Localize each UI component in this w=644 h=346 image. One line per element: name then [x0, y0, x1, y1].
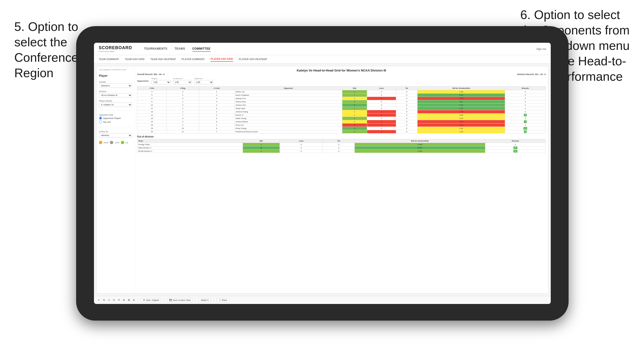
sub-nav-player-h2h-heatmap[interactable]: PLAYER H2H HEATMAP: [239, 57, 267, 61]
cell-win: 4: [342, 127, 367, 130]
ood-cell-rounds: 30: [485, 146, 546, 150]
sub-nav-team-h2h-grid[interactable]: TEAM H2H GRID: [125, 57, 145, 61]
table-row: 15 8 5 Stella Cheng 1 0 0 1.25 4: [137, 117, 546, 120]
cell-tie: 0: [396, 124, 417, 127]
nav-tournaments[interactable]: TOURNAMENTS: [144, 46, 168, 52]
sidebar-division-select[interactable]: NCAA Division III: [99, 93, 132, 97]
cell-reg: 11: [166, 130, 199, 134]
cell-win: 1: [342, 94, 367, 97]
sidebar-gender-label: Gender: [99, 81, 132, 83]
bottom-toolbar: ↩ ⟲ ↪ ⊙ ↺ ⊛ ⊞ ⊘ 👁 View: Original 💾 Save …: [94, 296, 551, 304]
cell-loss: 0: [367, 90, 396, 94]
col-reg: # Reg: [166, 86, 199, 90]
radio-top-100[interactable]: Top 100: [99, 120, 132, 124]
toolbar-redo[interactable]: ⟲: [103, 299, 105, 302]
view-original-btn[interactable]: 👁 View: Original: [141, 298, 161, 302]
cell-rounds: 7: [505, 120, 546, 124]
toolbar-clock[interactable]: ⊘: [133, 299, 135, 302]
toolbar-redo2[interactable]: ↪: [108, 299, 110, 302]
table-row: 18 2 2 Euna Lee 0 2 0 -5.00 2: [137, 124, 546, 127]
sidebar-division-label: Division: [99, 90, 132, 93]
cell-tie: 0: [396, 110, 417, 114]
toolbar-sep-2: [164, 298, 164, 302]
cell-opponent: Jessica Mason: [234, 120, 342, 124]
nav-committee[interactable]: COMMITTEE: [192, 46, 210, 52]
toolbar-refresh[interactable]: ↺: [118, 299, 120, 302]
ood-cell-win: 5: [243, 150, 280, 153]
toolbar-grid[interactable]: ⊞: [128, 299, 130, 302]
watch-btn[interactable]: Watch ▾: [199, 298, 211, 302]
sub-nav-team-summary[interactable]: TEAM SUMMARY: [99, 57, 119, 61]
cell-win: 1: [342, 107, 367, 110]
table-row: 20 11 7 Federica Domecq Lacroze 2 1 0 1.…: [137, 130, 546, 134]
app-header: SCOREBOARD Powered by clippd TOURNAMENTS…: [94, 43, 551, 55]
nav-teams[interactable]: TEAMS: [174, 46, 185, 52]
col-loss: Loss: [367, 86, 396, 90]
cell-tie: 0: [396, 100, 417, 104]
cell-conf: 2: [199, 124, 234, 127]
ood-cell-diff: 9.267: [355, 146, 485, 150]
cell-rounds: 4: [505, 104, 546, 107]
cell-rounds: 2: [505, 110, 546, 114]
table-row: 10 6 3 Andrea York 2 0 0 4.00 4: [137, 104, 546, 107]
table-row: 19 10 6 Emily Chang 4 0 0 0.30 11: [137, 127, 546, 130]
cell-rounds: 3: [505, 97, 546, 100]
save-icon: 💾: [169, 299, 172, 301]
cell-loss: 2: [367, 124, 396, 127]
cell-loss: 2: [367, 114, 396, 117]
table-row: 9 1 4 Sharon Mun 1 0 0 3.67 3: [137, 100, 546, 104]
view-original-icon: 👁: [143, 299, 145, 301]
toolbar-reset[interactable]: ⊙: [113, 299, 115, 302]
ood-col-diff: Diff Av Strokes/Rnd: [355, 139, 485, 143]
color-level: [110, 141, 113, 144]
cell-loss: 0: [367, 100, 396, 104]
cell-reg: 1: [166, 110, 199, 114]
toolbar-undo[interactable]: ↩: [98, 299, 100, 302]
col-opponent: Opponent: [234, 86, 342, 90]
cell-win: 2: [342, 114, 367, 117]
cell-diff: -0.94: [417, 120, 505, 124]
cell-tie: 0: [396, 97, 417, 100]
content-card: Last Updated: 27/03/2024 10:44 Player Ge…: [96, 66, 548, 294]
filter-opponent-select[interactable]: (All): [194, 80, 214, 84]
sign-out-link[interactable]: Sign out: [536, 47, 546, 50]
cell-win: 2: [342, 104, 367, 107]
cell-win: 1: [342, 120, 367, 124]
cell-opponent: Jessica Huang: [234, 110, 342, 114]
sub-nav-player-h2h-grid[interactable]: PLAYER H2H GRID: [210, 57, 233, 62]
save-custom-btn[interactable]: 💾 Save Custom View: [167, 298, 193, 302]
cell-loss: 0: [367, 104, 396, 107]
cell-tie: 0: [396, 130, 417, 134]
cell-opponent: Sydney Kuo: [234, 97, 342, 100]
sub-nav-team-h2h-heatmap[interactable]: TEAM H2H HEATMAP: [150, 57, 176, 61]
cell-opponent: Heejo Hyun: [234, 107, 342, 110]
cell-opponent: Euna Lee: [234, 124, 342, 127]
cell-rounds: 4: [505, 90, 546, 94]
filter-conference-select[interactable]: (All): [173, 80, 192, 84]
cell-reg: 10: [166, 127, 199, 130]
table-row: 13 1 1 Jessica Huang 1 1 0 -3.00 2: [137, 110, 546, 114]
cell-rounds: 9: [505, 114, 546, 117]
ood-cell-tie: 0: [323, 150, 355, 153]
sidebar-player-title: Player: [99, 74, 132, 77]
cell-diff: 4.00: [417, 104, 505, 107]
sidebar-gender-select[interactable]: Women's: [99, 84, 132, 88]
sidebar-colour-by-select[interactable]: Win/loss: [99, 133, 132, 138]
ood-cell-diff: 4.500: [355, 143, 485, 146]
save-custom-label: Save Custom View: [172, 299, 190, 301]
sidebar-player-rank-select[interactable]: 8. Katelyn Vo: [99, 103, 132, 107]
share-btn[interactable]: ↗ Share: [217, 298, 229, 302]
filter-region-select[interactable]: (All): [152, 80, 170, 84]
radio-opponents-played[interactable]: Opponents Played: [99, 117, 132, 120]
cell-reg: 2: [166, 124, 199, 127]
cell-div: 5: [137, 94, 167, 97]
cell-reg: 8: [166, 117, 199, 120]
data-area: Katelyn Vo Head-to-Head Grid for Women's…: [135, 66, 548, 293]
ood-cell-win: 1: [243, 143, 280, 146]
cell-diff: 3.67: [417, 100, 505, 104]
sub-nav-player-summary[interactable]: PLAYER SUMMARY: [182, 57, 205, 61]
logo-sub: Powered by clippd: [99, 50, 132, 52]
cell-reg: 1: [166, 100, 199, 104]
toolbar-settings[interactable]: ⊛: [123, 299, 125, 302]
cell-reg: 2: [166, 94, 199, 97]
